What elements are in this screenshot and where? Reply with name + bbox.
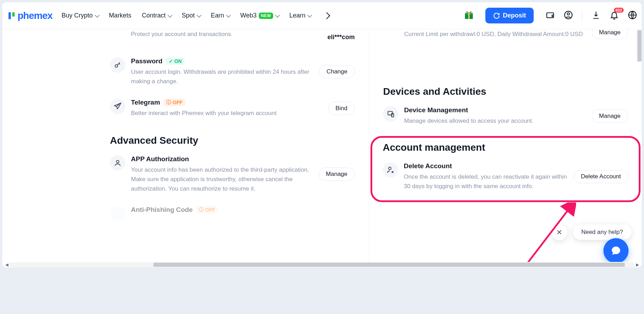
svg-point-11 (389, 167, 391, 170)
content-area: Protect your account and transactions. e… (2, 29, 642, 262)
bind-telegram-button[interactable]: Bind (328, 102, 355, 115)
divider (582, 10, 582, 21)
chevron-down-icon (95, 13, 99, 17)
password-title: Password (131, 57, 162, 65)
user-icon[interactable] (564, 10, 573, 21)
app-auth-desc: Your account info has been authorized to… (131, 165, 313, 194)
device-mgmt-title: Device Management (404, 106, 468, 114)
svg-rect-2 (468, 13, 470, 19)
chat-fab[interactable] (603, 238, 629, 262)
chevron-down-icon (307, 13, 312, 17)
telegram-icon (110, 99, 125, 114)
notification-icon[interactable]: 602 (610, 10, 619, 21)
scrollbar-thumb[interactable] (637, 30, 642, 62)
nav-buy-crypto[interactable]: Buy Crypto (62, 12, 98, 19)
security-column: Protect your account and transactions. e… (96, 29, 369, 262)
new-badge: NEW (259, 13, 273, 19)
manage-devices-button[interactable]: Manage (592, 109, 628, 123)
delete-account-title: Delete Account (404, 162, 452, 170)
password-desc: User account login. Withdrawals are proh… (131, 67, 313, 86)
key-icon (110, 57, 125, 73)
chevron-down-icon (167, 13, 172, 17)
close-icon (556, 229, 562, 235)
chevron-down-icon (275, 13, 280, 17)
nav-contract[interactable]: Contract (142, 12, 171, 19)
antiphish-title: Anti-Phishing Code (131, 206, 193, 214)
delete-account-row: Delete Account Once the account is delet… (383, 156, 628, 191)
nav-scroll-right-icon[interactable] (323, 12, 330, 19)
withdrawal-row: Current Limit per withdrawl:0 USD, Daily… (383, 29, 628, 51)
nav-web3[interactable]: Web3NEW (240, 12, 279, 19)
logo[interactable]: phemex (7, 10, 53, 21)
deposit-button[interactable]: Deposit (485, 8, 534, 23)
nav-earn[interactable]: Earn (211, 12, 230, 19)
scroll-right-icon[interactable]: ▶ (634, 262, 640, 267)
change-password-button[interactable]: Change (319, 65, 355, 78)
telegram-row: Telegram ⓘ OFF Better interact with Phem… (110, 92, 355, 124)
devices-heading: Devices and Activities (383, 86, 628, 97)
chat-icon (610, 245, 622, 256)
notification-badge: 602 (614, 8, 624, 13)
nav-spot[interactable]: Spot (182, 12, 200, 19)
person-x-icon (383, 162, 398, 178)
app-auth-title: APP Authorization (131, 155, 189, 163)
telegram-desc: Better interact with Phemex with your te… (131, 108, 323, 118)
manage-withdrawal-button[interactable]: Manage (592, 29, 628, 39)
nav-learn[interactable]: Learn (289, 12, 311, 19)
svg-point-5 (567, 13, 570, 15)
email-desc: Protect your account and transactions. (131, 29, 322, 39)
devices-icon (383, 106, 399, 122)
withdrawal-desc: Current Limit per withdrawl:0 USD, Daily… (404, 29, 586, 39)
device-mgmt-row: Device Management Manage devices allowed… (383, 100, 628, 132)
antiphish-row: Anti-Phishing Code ⓘ OFF (110, 200, 355, 221)
nav-markets[interactable]: Markets (109, 12, 131, 19)
main-menu: Buy Crypto Markets Contract Spot Earn We… (62, 12, 329, 19)
antiphish-status: ⓘ OFF (196, 206, 218, 214)
delete-account-desc: Once the account is deleted, you can rea… (404, 172, 568, 191)
telegram-title: Telegram (131, 99, 160, 106)
help-widget: Need any help? (551, 224, 631, 240)
management-column: Current Limit per withdrawl:0 USD, Daily… (369, 29, 642, 262)
help-close-button[interactable] (551, 224, 567, 240)
horizontal-scrollbar[interactable]: ◀ ▶ (2, 262, 642, 267)
top-icon-group: 602 (546, 10, 637, 21)
download-icon[interactable] (591, 10, 601, 21)
chevron-down-icon (196, 13, 201, 17)
delete-account-button[interactable]: Delete Account (574, 170, 628, 183)
account-management-section: Account management Delete Account Once t… (371, 136, 640, 202)
telegram-status: ⓘ OFF (164, 99, 185, 106)
advanced-security-heading: Advanced Security (110, 135, 355, 146)
account-mgmt-heading: Account management (383, 142, 628, 153)
logo-icon (7, 11, 16, 20)
password-row: Password ✓ ON User account login. Withdr… (110, 51, 355, 92)
sidebar (2, 29, 96, 262)
gift-icon[interactable] (464, 10, 474, 22)
logo-text: phemex (18, 10, 53, 21)
manage-app-auth-button[interactable]: Manage (319, 167, 355, 181)
email-row: Protect your account and transactions. e… (110, 29, 355, 51)
password-status: ✓ ON (166, 58, 185, 65)
email-value: eli***com (327, 34, 355, 41)
svg-point-8 (116, 160, 119, 163)
chevron-down-icon (226, 13, 231, 17)
help-button[interactable]: Need any help? (573, 224, 631, 240)
wallet-icon[interactable] (546, 10, 555, 21)
refresh-icon (493, 12, 500, 19)
shield-icon (110, 206, 125, 221)
app-auth-row: APP Authorization Your account info has … (110, 149, 355, 200)
top-nav: phemex Buy Crypto Markets Contract Spot … (2, 2, 642, 29)
scrollbar-thumb[interactable] (153, 263, 625, 267)
svg-point-7 (115, 65, 118, 67)
device-mgmt-desc: Manage devices allowed to access your ac… (404, 116, 586, 126)
globe-icon[interactable] (628, 10, 637, 21)
scrollbar-track[interactable] (10, 262, 634, 267)
scroll-left-icon[interactable]: ◀ (4, 262, 10, 267)
person-icon (110, 155, 125, 171)
vertical-scrollbar[interactable] (637, 29, 642, 262)
